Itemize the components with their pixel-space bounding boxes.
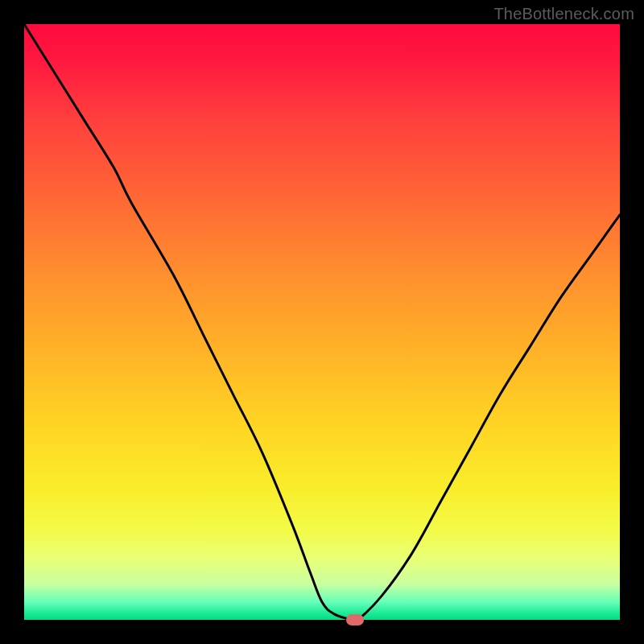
optimum-marker (346, 614, 364, 625)
bottleneck-curve (24, 24, 620, 620)
watermark-text: TheBottleneck.com (493, 5, 634, 23)
chart-frame: TheBottleneck.com (0, 0, 644, 644)
plot-area (24, 24, 620, 620)
